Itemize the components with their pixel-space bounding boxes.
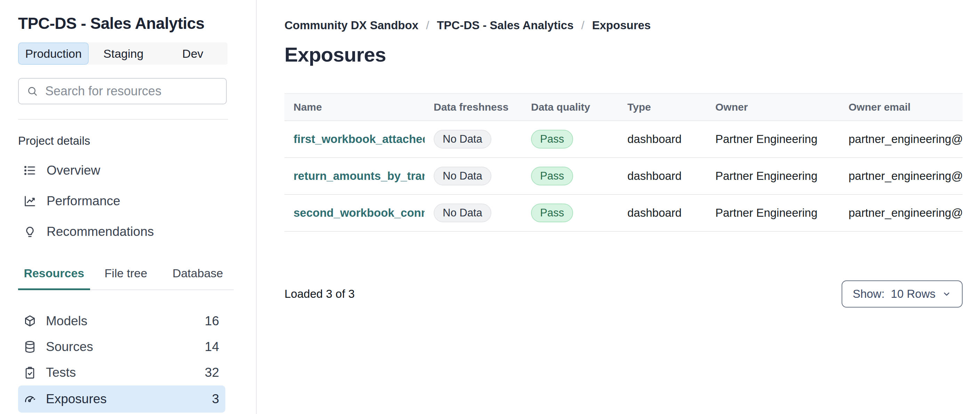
cube-icon xyxy=(23,314,37,328)
resource-count: 14 xyxy=(205,339,219,354)
exposure-link[interactable]: second_workbook_conn… xyxy=(294,206,425,219)
search-icon xyxy=(26,85,38,97)
exposures-table: Name Data freshness Data quality Type Ow… xyxy=(285,93,963,232)
breadcrumb-separator: / xyxy=(426,19,429,32)
env-tab-dev[interactable]: Dev xyxy=(158,43,228,65)
breadcrumb-account[interactable]: Community DX Sandbox xyxy=(285,19,418,32)
resource-view-tabs: Resources File tree Database xyxy=(18,266,234,290)
nav-label: Performance xyxy=(46,194,120,209)
owner-cell: Partner Engineering xyxy=(706,132,840,146)
type-cell: dashboard xyxy=(618,132,706,146)
column-header-quality: Data quality xyxy=(522,101,618,113)
show-value: 10 Rows xyxy=(891,287,935,301)
breadcrumb-current: Exposures xyxy=(592,19,651,32)
sidebar-item-sources[interactable]: Sources 14 xyxy=(18,334,225,360)
nav-label: Overview xyxy=(46,163,100,178)
rows-per-page-dropdown[interactable]: Show: 10 Rows xyxy=(842,280,963,307)
tab-file-tree[interactable]: File tree xyxy=(90,266,162,290)
search-input[interactable]: Search for resources xyxy=(18,78,227,104)
resource-label: Sources xyxy=(46,339,93,354)
resource-label: Exposures xyxy=(46,392,107,406)
quality-badge: Pass xyxy=(531,130,573,148)
column-header-type: Type xyxy=(618,101,706,113)
page-title: Exposures xyxy=(285,43,963,67)
list-icon xyxy=(23,164,37,177)
quality-badge: Pass xyxy=(531,167,573,185)
sidebar-item-models[interactable]: Models 16 xyxy=(18,308,225,334)
sidebar: TPC-DS - Sales Analytics Production Stag… xyxy=(0,0,256,414)
type-cell: dashboard xyxy=(618,206,706,220)
column-header-name: Name xyxy=(285,101,425,113)
freshness-badge: No Data xyxy=(434,130,492,148)
environment-tabs: Production Staging Dev xyxy=(18,43,228,65)
nav-item-recommendations[interactable]: Recommendations xyxy=(18,217,228,247)
exposure-link[interactable]: return_amounts_by_tran… xyxy=(294,169,425,182)
column-header-owner: Owner xyxy=(706,101,840,113)
table-row: first_workbook_attached… No Data Pass da… xyxy=(285,121,963,158)
breadcrumb-project[interactable]: TPC-DS - Sales Analytics xyxy=(437,19,573,32)
line-chart-icon xyxy=(23,194,37,208)
main-content: Community DX Sandbox / TPC-DS - Sales An… xyxy=(285,0,963,307)
type-cell: dashboard xyxy=(618,169,706,183)
env-tab-staging[interactable]: Staging xyxy=(89,43,158,65)
gauge-icon xyxy=(23,392,37,406)
resource-label: Tests xyxy=(46,365,76,380)
table-row: second_workbook_conn… No Data Pass dashb… xyxy=(285,195,963,232)
freshness-badge: No Data xyxy=(434,204,492,222)
column-header-freshness: Data freshness xyxy=(425,101,522,113)
sidebar-item-tests[interactable]: Tests 32 xyxy=(18,360,225,385)
breadcrumb-separator: / xyxy=(581,19,584,32)
chevron-down-icon xyxy=(942,289,951,299)
resource-count: 32 xyxy=(205,365,219,380)
owner-email-cell: partner_engineering@dbt… xyxy=(840,206,963,220)
owner-email-cell: partner_engineering@dbt… xyxy=(840,169,963,183)
quality-badge: Pass xyxy=(531,204,573,222)
project-nav: Overview Performance Recommendations xyxy=(18,155,228,247)
nav-label: Recommendations xyxy=(46,225,154,239)
show-label: Show: xyxy=(853,287,885,301)
exposure-link[interactable]: first_workbook_attached… xyxy=(294,132,425,145)
resource-count: 3 xyxy=(212,392,219,406)
sidebar-item-exposures[interactable]: Exposures 3 xyxy=(18,385,225,412)
resource-label: Models xyxy=(46,314,87,328)
project-title: TPC-DS - Sales Analytics xyxy=(18,14,228,33)
owner-email-cell: partner_engineering@dbt… xyxy=(840,132,963,146)
sidebar-divider xyxy=(18,119,228,120)
freshness-badge: No Data xyxy=(434,167,492,185)
search-placeholder: Search for resources xyxy=(45,84,161,99)
tab-database[interactable]: Database xyxy=(162,266,234,290)
owner-cell: Partner Engineering xyxy=(706,206,840,220)
table-footer: Loaded 3 of 3 Show: 10 Rows xyxy=(285,280,963,307)
breadcrumb: Community DX Sandbox / TPC-DS - Sales An… xyxy=(285,19,963,32)
owner-cell: Partner Engineering xyxy=(706,169,840,183)
nav-item-overview[interactable]: Overview xyxy=(18,155,228,186)
project-details-label: Project details xyxy=(18,134,256,148)
loaded-status: Loaded 3 of 3 xyxy=(285,287,355,301)
resource-list: Models 16 Sources 14 Tests 32 xyxy=(18,308,225,414)
database-icon xyxy=(23,340,37,354)
resource-count: 16 xyxy=(205,314,219,328)
env-tab-production[interactable]: Production xyxy=(18,43,89,65)
table-header-row: Name Data freshness Data quality Type Ow… xyxy=(285,93,963,121)
tab-resources[interactable]: Resources xyxy=(18,266,90,290)
lightbulb-icon xyxy=(23,225,37,239)
sidebar-main-divider xyxy=(256,0,257,414)
table-row: return_amounts_by_tran… No Data Pass das… xyxy=(285,158,963,195)
column-header-owner-email: Owner email xyxy=(840,101,963,113)
clipboard-check-icon xyxy=(23,366,37,379)
nav-item-performance[interactable]: Performance xyxy=(18,186,228,217)
